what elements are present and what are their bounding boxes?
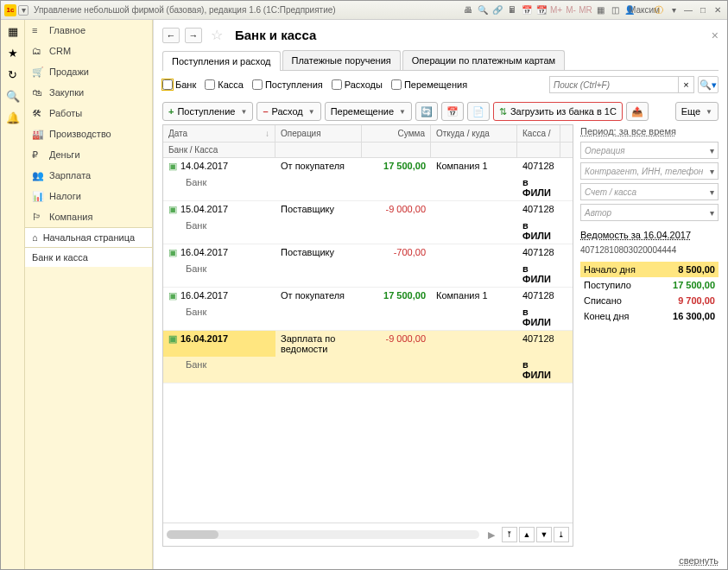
- sidebar-item-8[interactable]: 📊Налоги: [25, 186, 152, 206]
- table-row[interactable]: ▣16.04.2017Зарплата по ведомости-9 000,0…: [163, 331, 573, 383]
- calendar-icon[interactable]: 📅: [521, 4, 533, 16]
- date-icon[interactable]: 📆: [535, 4, 548, 16]
- sidebar-item-0[interactable]: ≡Главное: [25, 20, 152, 41]
- sidebar-item-6[interactable]: ₽Деньги: [25, 144, 152, 165]
- col-date[interactable]: Дата ↓: [163, 125, 275, 142]
- minimize-icon[interactable]: —: [682, 4, 694, 16]
- filter-counterparty[interactable]: Контрагент, ИНН, телефон▾: [580, 162, 719, 180]
- maximize-icon[interactable]: □: [697, 4, 709, 16]
- star-icon[interactable]: ★: [8, 47, 18, 60]
- sidebar-item-1[interactable]: 🗂CRM: [25, 41, 152, 61]
- close-page-icon[interactable]: ×: [712, 28, 719, 42]
- account-number: 40712810803020004444: [580, 245, 719, 255]
- apps-icon[interactable]: ▦: [8, 25, 18, 38]
- refresh-icon[interactable]: 🔄: [415, 102, 438, 121]
- print-icon[interactable]: 🖶: [462, 4, 474, 16]
- grid-subheader: Банк / Касса: [163, 142, 573, 158]
- m-icon[interactable]: M+: [550, 4, 562, 16]
- bell-icon[interactable]: 🔔: [6, 111, 20, 124]
- search-clear-icon[interactable]: ×: [679, 76, 694, 93]
- filter-move[interactable]: Перемещения: [391, 79, 467, 90]
- page-tabs: Поступления и расход Платежные поручения…: [162, 50, 719, 71]
- sub-bank-kassa[interactable]: Банк и касса: [25, 248, 152, 267]
- sidebar-item-3[interactable]: 🛍Закупки: [25, 82, 152, 103]
- sidebar-item-5[interactable]: 🏭Производство: [25, 124, 152, 144]
- filter-account[interactable]: Счет / касса▾: [580, 183, 719, 200]
- col-kassa[interactable]: Касса /: [517, 125, 560, 142]
- tab-income-expense[interactable]: Поступления и расход: [162, 51, 281, 71]
- section-icon: 🛠: [32, 108, 42, 118]
- forward-button[interactable]: →: [185, 28, 202, 43]
- back-button[interactable]: ←: [162, 28, 180, 43]
- table-row[interactable]: ▣16.04.2017От покупателя17 500,00Компани…: [163, 288, 573, 331]
- table-row[interactable]: ▣16.04.2017Поставщику-700,00407128Банкв …: [163, 244, 573, 288]
- grid-icon[interactable]: ▦: [594, 4, 606, 16]
- scroll-bottom-icon[interactable]: ⤓: [554, 527, 569, 542]
- search-icon[interactable]: 🔍: [477, 4, 489, 16]
- add-income-button[interactable]: +Поступление▼: [162, 102, 253, 121]
- section-label: Деньги: [49, 149, 80, 160]
- move-button[interactable]: Перемещение▼: [325, 102, 412, 121]
- m-icon-2[interactable]: M-: [565, 4, 577, 16]
- panel-icon[interactable]: ◫: [609, 4, 621, 16]
- search-input[interactable]: [549, 76, 679, 93]
- dd-icon[interactable]: ▾: [668, 4, 680, 16]
- table-row[interactable]: ▣15.04.2017Поставщику-9 000,00407128Банк…: [163, 201, 573, 244]
- search-go-icon[interactable]: 🔍▾: [698, 76, 719, 93]
- m-icon-3[interactable]: MR: [579, 4, 592, 16]
- add-expense-button[interactable]: –Расход▼: [256, 102, 320, 121]
- load-from-bank-button[interactable]: ⇅Загрузить из банка в 1С: [493, 102, 623, 121]
- summary-table: Начало дня8 500,00Поступило17 500,00Спис…: [580, 262, 719, 324]
- section-icon: 📊: [32, 191, 42, 201]
- info-icon[interactable]: ⓘ: [653, 4, 665, 16]
- section-icon: ₽: [32, 149, 42, 160]
- copy-icon[interactable]: 📄: [467, 102, 490, 121]
- grid-body: ▣14.04.2017От покупателя17 500,00Компани…: [163, 158, 573, 522]
- sidebar-item-4[interactable]: 🛠Работы: [25, 103, 152, 124]
- collapse-link[interactable]: свернуть: [679, 555, 719, 566]
- calc-icon[interactable]: 🖩: [506, 4, 518, 16]
- filter-kassa[interactable]: Касса: [205, 79, 244, 90]
- statement-title[interactable]: Ведомость за 16.04.2017: [580, 230, 719, 240]
- col-sum[interactable]: Сумма: [362, 125, 431, 142]
- main-area: ← → ☆ Банк и касса × Поступления и расхо…: [153, 20, 727, 569]
- history-icon[interactable]: ↻: [8, 68, 17, 81]
- action-toolbar: +Поступление▼ –Расход▼ Перемещение▼ 🔄 📅 …: [154, 98, 727, 124]
- section-icon: 👥: [32, 170, 42, 180]
- home-link[interactable]: ⌂Начальная страница: [25, 228, 152, 247]
- filter-expense[interactable]: Расходы: [332, 79, 383, 90]
- tab-card-ops[interactable]: Операции по платежным картам: [402, 50, 565, 70]
- section-label: Продажи: [49, 66, 89, 77]
- app-menu-dropdown[interactable]: ▾: [18, 5, 28, 16]
- filter-operation[interactable]: Операция▾: [580, 142, 719, 159]
- col-where[interactable]: Откуда / куда: [431, 125, 517, 142]
- period-link[interactable]: Период: за все время: [580, 124, 719, 138]
- section-label: Налоги: [49, 191, 81, 201]
- sidebar-item-2[interactable]: 🛒Продажи: [25, 61, 152, 82]
- h-scrollbar[interactable]: [167, 530, 479, 539]
- section-label: Зарплата: [49, 170, 91, 180]
- col-op[interactable]: Операция: [275, 125, 362, 142]
- export-icon[interactable]: 📤: [626, 102, 649, 121]
- scroll-top-icon[interactable]: ⤒: [502, 527, 517, 542]
- side-panel: Период: за все время Операция▾ Контраген…: [580, 124, 719, 547]
- more-button[interactable]: Еще▼: [675, 102, 719, 121]
- link-icon[interactable]: 🔗: [491, 4, 503, 16]
- filter-bank[interactable]: Банк: [162, 79, 196, 90]
- table-row[interactable]: ▣14.04.2017От покупателя17 500,00Компани…: [163, 158, 573, 201]
- filter-author[interactable]: Автор▾: [580, 204, 719, 221]
- sidebar-item-9[interactable]: 🏳Компания: [25, 206, 152, 227]
- favorite-icon[interactable]: ☆: [211, 27, 223, 43]
- close-icon[interactable]: ✕: [712, 4, 724, 16]
- scroll-down-icon[interactable]: ▼: [536, 527, 552, 542]
- summary-row: Поступило17 500,00: [580, 277, 719, 293]
- scroll-up-icon[interactable]: ▲: [519, 527, 535, 542]
- tab-payment-orders[interactable]: Платежные поручения: [282, 50, 401, 70]
- calendar-btn-icon[interactable]: 📅: [441, 102, 464, 121]
- section-label: Компания: [49, 212, 92, 222]
- sidebar-item-7[interactable]: 👥Зарплата: [25, 165, 152, 186]
- section-icon: 🗂: [32, 46, 42, 56]
- search-tool-icon[interactable]: 🔍: [6, 90, 20, 103]
- section-icon: ≡: [32, 25, 42, 35]
- filter-income[interactable]: Поступления: [252, 79, 323, 90]
